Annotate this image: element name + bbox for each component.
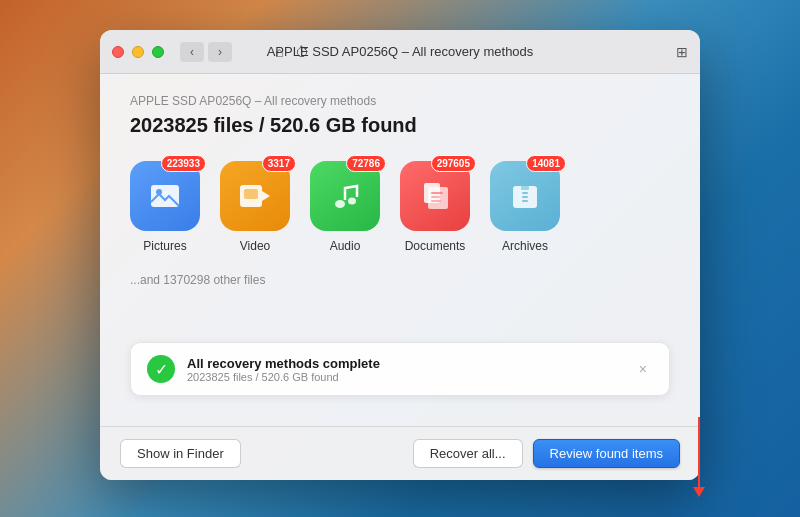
audio-badge: 72786 — [346, 155, 386, 172]
audio-icon-wrapper: 72786 — [310, 161, 380, 231]
main-content: APPLE SSD AP0256Q – All recovery methods… — [100, 74, 700, 426]
app-window: ‹ › ⌂ ⏱ APPLE SSD AP0256Q – All recovery… — [100, 30, 700, 480]
show-finder-button[interactable]: Show in Finder — [120, 439, 241, 468]
pictures-icon-wrapper: 223933 — [130, 161, 200, 231]
file-type-audio[interactable]: 72786 Audio — [310, 161, 380, 253]
audio-label: Audio — [330, 239, 361, 253]
traffic-lights — [112, 46, 164, 58]
svg-point-6 — [348, 198, 356, 205]
video-icon-wrapper: 3317 — [220, 161, 290, 231]
documents-label: Documents — [405, 239, 466, 253]
banner-close-button[interactable]: × — [633, 359, 653, 379]
svg-rect-10 — [431, 196, 440, 198]
nav-back-button[interactable]: ‹ — [180, 42, 204, 62]
documents-icon-wrapper: 297605 — [400, 161, 470, 231]
documents-badge: 297605 — [431, 155, 476, 172]
review-found-items-button[interactable]: Review found items — [533, 439, 680, 468]
svg-rect-11 — [431, 200, 441, 202]
file-type-documents[interactable]: 297605 Documents — [400, 161, 470, 253]
recovery-title: All recovery methods complete — [187, 356, 621, 371]
nav-buttons: ‹ › — [180, 42, 232, 62]
video-label: Video — [240, 239, 270, 253]
svg-rect-16 — [522, 200, 528, 202]
archives-icon-wrapper: 14081 — [490, 161, 560, 231]
archives-label: Archives — [502, 239, 548, 253]
page-title: 2023825 files / 520.6 GB found — [130, 114, 670, 137]
file-type-archives[interactable]: 14081 Archives — [490, 161, 560, 253]
video-badge: 3317 — [262, 155, 296, 172]
svg-rect-14 — [522, 192, 528, 194]
right-action-buttons: Recover all... Review found items — [413, 439, 680, 468]
file-types-grid: 223933 Pictures 3317 Video — [130, 161, 670, 253]
svg-rect-4 — [244, 189, 258, 199]
svg-marker-3 — [262, 191, 270, 201]
recovery-subtitle: 2023825 files / 520.6 GB found — [187, 371, 621, 383]
archives-badge: 14081 — [526, 155, 566, 172]
recover-all-button[interactable]: Recover all... — [413, 439, 523, 468]
svg-point-5 — [335, 200, 345, 208]
titlebar-right-icons: ⊞ — [676, 44, 688, 60]
breadcrumb: APPLE SSD AP0256Q – All recovery methods — [130, 94, 670, 108]
arrow-shaft — [698, 417, 700, 487]
svg-rect-15 — [522, 196, 528, 198]
close-button[interactable] — [112, 46, 124, 58]
nav-forward-button[interactable]: › — [208, 42, 232, 62]
window-title: APPLE SSD AP0256Q – All recovery methods — [267, 44, 534, 59]
other-files-text: ...and 1370298 other files — [130, 273, 670, 287]
titlebar: ‹ › ⌂ ⏱ APPLE SSD AP0256Q – All recovery… — [100, 30, 700, 74]
file-type-video[interactable]: 3317 Video — [220, 161, 290, 253]
red-arrow-indicator — [693, 417, 705, 497]
recovery-text: All recovery methods complete 2023825 fi… — [187, 356, 621, 383]
svg-rect-0 — [151, 185, 179, 207]
minimize-button[interactable] — [132, 46, 144, 58]
svg-rect-9 — [431, 192, 443, 194]
arrow-head — [693, 487, 705, 497]
recovery-banner: ✓ All recovery methods complete 2023825 … — [130, 342, 670, 396]
file-type-pictures[interactable]: 223933 Pictures — [130, 161, 200, 253]
recovery-check-icon: ✓ — [147, 355, 175, 383]
pictures-label: Pictures — [143, 239, 186, 253]
svg-rect-13 — [521, 186, 529, 190]
pictures-badge: 223933 — [161, 155, 206, 172]
maximize-button[interactable] — [152, 46, 164, 58]
grid-icon[interactable]: ⊞ — [676, 44, 688, 60]
bottom-bar: Show in Finder Recover all... Review fou… — [100, 426, 700, 480]
